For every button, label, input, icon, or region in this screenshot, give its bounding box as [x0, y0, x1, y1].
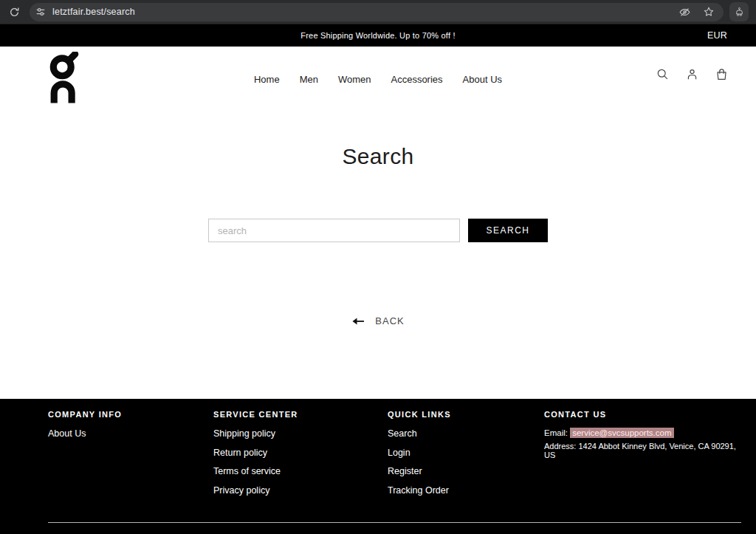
footer-heading: SERVICE CENTER [213, 410, 388, 419]
email-label: Email: [544, 428, 570, 437]
footer-link-about-us[interactable]: About Us [48, 428, 86, 439]
tune-icon[interactable] [35, 7, 46, 17]
main-nav: Home Men Women Accessories About Us [254, 74, 502, 85]
header-icons [656, 68, 728, 81]
currency-selector[interactable]: EUR [707, 30, 727, 41]
footer-link-shipping-policy[interactable]: Shipping policy [213, 428, 275, 439]
back-link[interactable]: BACK [351, 315, 404, 326]
footer-link-privacy-policy[interactable]: Privacy policy [213, 485, 269, 496]
footer-divider [48, 522, 741, 523]
arrow-left-icon [351, 317, 365, 326]
bookmark-star-icon[interactable] [703, 6, 715, 18]
nav-item-women[interactable]: Women [338, 74, 371, 85]
browser-toolbar: letztfair.best/search [0, 0, 756, 24]
url-text[interactable]: letztfair.best/search [52, 7, 135, 17]
contact-email-line: Email: service@svcsupports.com [544, 428, 741, 437]
footer-link-return-policy[interactable]: Return policy [213, 448, 267, 458]
footer-link-terms-of-service[interactable]: Terms of service [213, 466, 281, 476]
footer-heading: CONTACT US [544, 410, 741, 419]
site-header: Home Men Women Accessories About Us [0, 47, 756, 109]
account-icon[interactable] [686, 68, 698, 81]
site-footer: COMPANY INFO About Us SERVICE CENTER Shi… [0, 399, 756, 534]
search-submit-button[interactable]: SEARCH [468, 219, 548, 242]
footer-contact-us: CONTACT US Email: service@svcsupports.co… [544, 410, 741, 504]
reload-button[interactable] [4, 2, 24, 21]
footer-company-info: COMPANY INFO About Us [48, 410, 213, 504]
page-title: Search [0, 109, 756, 169]
address-bar[interactable]: letztfair.best/search [30, 3, 724, 21]
nav-item-accessories[interactable]: Accessories [391, 74, 442, 85]
reload-icon [9, 7, 20, 18]
nav-item-men[interactable]: Men [300, 74, 318, 85]
back-label: BACK [375, 315, 404, 326]
nav-item-about-us[interactable]: About Us [463, 74, 502, 85]
extension-icon [734, 7, 745, 18]
search-page: Search SEARCH BACK [0, 109, 756, 399]
search-icon[interactable] [656, 68, 669, 81]
announcement-bar: Free Shipping Worldwide. Up to 70% off !… [0, 24, 756, 47]
footer-link-search[interactable]: Search [388, 428, 417, 439]
announcement-text: Free Shipping Worldwide. Up to 70% off ! [300, 31, 455, 40]
cart-icon[interactable] [715, 68, 728, 81]
contact-address: Address: 1424 Abbot Kinney Blvd, Venice,… [544, 442, 741, 459]
extension-button[interactable] [729, 2, 749, 21]
search-input[interactable] [208, 219, 460, 242]
footer-link-register[interactable]: Register [388, 466, 422, 476]
footer-quick-links: QUICK LINKS Search Login Register Tracki… [388, 410, 544, 504]
on-logo[interactable] [47, 52, 81, 104]
footer-heading: COMPANY INFO [48, 410, 213, 419]
nav-item-home[interactable]: Home [254, 74, 280, 85]
search-form: SEARCH [0, 219, 756, 242]
footer-link-tracking-order[interactable]: Tracking Order [388, 485, 449, 496]
footer-heading: QUICK LINKS [388, 410, 544, 419]
footer-service-center: SERVICE CENTER Shipping policy Return po… [213, 410, 388, 504]
footer-link-login[interactable]: Login [388, 448, 410, 458]
contact-email[interactable]: service@svcsupports.com [570, 428, 673, 438]
eye-off-icon[interactable] [678, 6, 691, 18]
